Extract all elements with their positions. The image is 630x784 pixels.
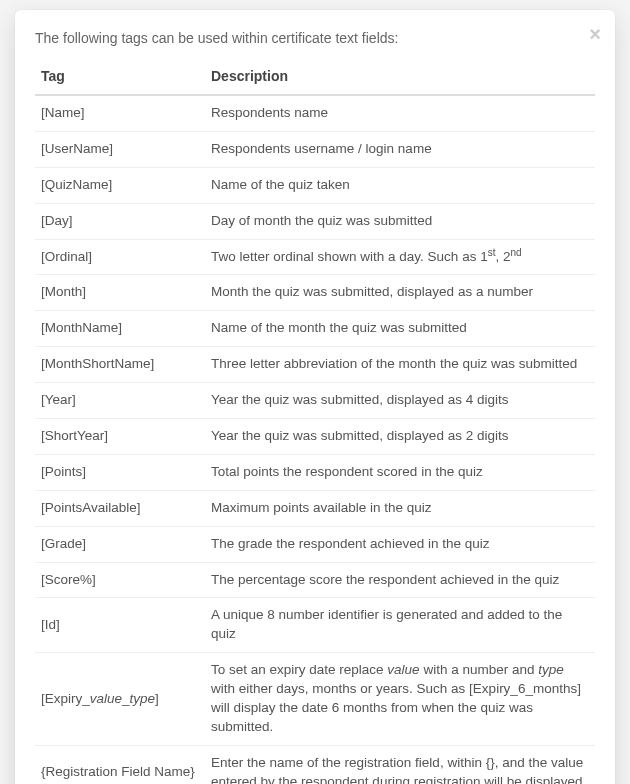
table-row: [Score%]The percentage score the respond… [35, 562, 595, 598]
description-cell: Year the quiz was submitted, displayed a… [205, 383, 595, 419]
tag-cell: [UserName] [35, 131, 205, 167]
table-row: [MonthShortName]Three letter abbreviatio… [35, 347, 595, 383]
tag-cell: [Day] [35, 203, 205, 239]
intro-text: The following tags can be used within ce… [15, 12, 615, 54]
tag-cell: [Score%] [35, 562, 205, 598]
description-cell: Day of month the quiz was submitted [205, 203, 595, 239]
table-row: [MonthName]Name of the month the quiz wa… [35, 311, 595, 347]
tag-cell: [ShortYear] [35, 419, 205, 455]
table-row: [Year]Year the quiz was submitted, displ… [35, 383, 595, 419]
tag-cell: [Ordinal] [35, 239, 205, 275]
description-cell: A unique 8 number identifier is generate… [205, 598, 595, 653]
description-cell: The percentage score the respondent achi… [205, 562, 595, 598]
tag-cell: [PointsAvailable] [35, 490, 205, 526]
close-icon[interactable]: × [589, 24, 601, 44]
description-cell: Name of the quiz taken [205, 167, 595, 203]
table-row: {Registration Field Name}Enter the name … [35, 745, 595, 784]
table-row: [Id]A unique 8 number identifier is gene… [35, 598, 595, 653]
column-header-tag: Tag [35, 58, 205, 95]
description-cell: Respondents name [205, 95, 595, 131]
tags-table: Tag Description [Name]Respondents name[U… [35, 58, 595, 784]
table-row: [UserName]Respondents username / login n… [35, 131, 595, 167]
tag-cell: [Expiry_value_type] [35, 653, 205, 746]
tag-cell: [MonthName] [35, 311, 205, 347]
table-row: [Ordinal]Two letter ordinal shown with a… [35, 239, 595, 275]
table-row: [Day]Day of month the quiz was submitted [35, 203, 595, 239]
description-cell: Respondents username / login name [205, 131, 595, 167]
table-row: [Points]Total points the respondent scor… [35, 454, 595, 490]
tag-cell: [Id] [35, 598, 205, 653]
description-cell: Enter the name of the registration field… [205, 745, 595, 784]
table-row: [Month]Month the quiz was submitted, dis… [35, 275, 595, 311]
table-row: [ShortYear]Year the quiz was submitted, … [35, 419, 595, 455]
tag-cell: [MonthShortName] [35, 347, 205, 383]
tag-cell: [Month] [35, 275, 205, 311]
table-row: [Name]Respondents name [35, 95, 595, 131]
description-cell: The grade the respondent achieved in the… [205, 526, 595, 562]
tag-cell: [Year] [35, 383, 205, 419]
tag-cell: [Name] [35, 95, 205, 131]
tag-cell: {Registration Field Name} [35, 745, 205, 784]
certificate-tags-dialog: × The following tags can be used within … [15, 10, 615, 784]
description-cell: Year the quiz was submitted, displayed a… [205, 419, 595, 455]
description-cell: Total points the respondent scored in th… [205, 454, 595, 490]
table-row: [Grade]The grade the respondent achieved… [35, 526, 595, 562]
tag-cell: [Points] [35, 454, 205, 490]
column-header-description: Description [205, 58, 595, 95]
description-cell: Month the quiz was submitted, displayed … [205, 275, 595, 311]
description-cell: Name of the month the quiz was submitted [205, 311, 595, 347]
description-cell: Three letter abbreviation of the month t… [205, 347, 595, 383]
table-row: [PointsAvailable]Maximum points availabl… [35, 490, 595, 526]
description-cell: Maximum points available in the quiz [205, 490, 595, 526]
tag-cell: [QuizName] [35, 167, 205, 203]
table-row: [Expiry_value_type]To set an expiry date… [35, 653, 595, 746]
table-row: [QuizName]Name of the quiz taken [35, 167, 595, 203]
description-cell: Two letter ordinal shown with a day. Suc… [205, 239, 595, 275]
description-cell: To set an expiry date replace value with… [205, 653, 595, 746]
tag-cell: [Grade] [35, 526, 205, 562]
